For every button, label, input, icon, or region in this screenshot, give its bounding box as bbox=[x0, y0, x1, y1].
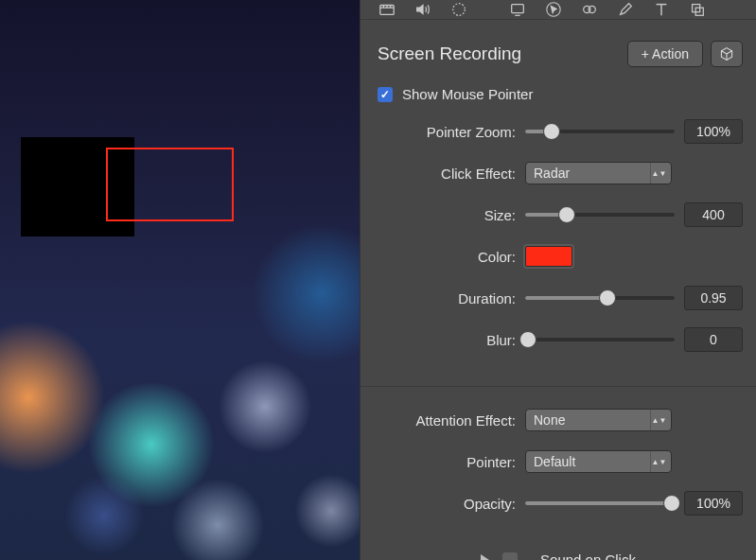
chevron-updown-icon: ▲▼ bbox=[650, 410, 667, 430]
text-icon[interactable] bbox=[652, 0, 671, 19]
speaker-icon[interactable] bbox=[413, 0, 432, 19]
slider-thumb[interactable] bbox=[663, 495, 680, 512]
slider-thumb[interactable] bbox=[519, 331, 536, 348]
size-slider[interactable] bbox=[525, 205, 675, 224]
chevron-updown-icon: ▲▼ bbox=[650, 451, 667, 472]
attention-select[interactable]: None ▲▼ bbox=[525, 409, 672, 431]
attention-label: Attention Effect: bbox=[374, 412, 525, 429]
size-value[interactable]: 400 bbox=[684, 202, 743, 227]
pointer-select[interactable]: Default ▲▼ bbox=[525, 450, 672, 473]
pencil-icon[interactable] bbox=[616, 0, 635, 19]
blur-slider[interactable] bbox=[525, 330, 675, 349]
attention-value: None bbox=[534, 412, 565, 428]
size-label: Size: bbox=[374, 207, 525, 223]
red-selection-box[interactable] bbox=[106, 148, 234, 221]
blur-value[interactable]: 0 bbox=[684, 327, 743, 352]
duration-value[interactable]: 0.95 bbox=[684, 286, 743, 310]
chevron-updown-icon: ▲▼ bbox=[650, 163, 667, 184]
duration-label: Duration: bbox=[374, 290, 525, 306]
disclosure-triangle-icon[interactable] bbox=[481, 554, 489, 561]
show-pointer-label: Show Mouse Pointer bbox=[402, 86, 533, 102]
video-icon[interactable] bbox=[378, 0, 396, 19]
click-effect-label: Click Effect: bbox=[374, 166, 525, 182]
color-swatch[interactable] bbox=[525, 246, 572, 267]
blur-label: Blur: bbox=[374, 332, 525, 348]
inspector-panel: Screen Recording + Action Show Mouse Poi… bbox=[360, 0, 756, 560]
opacity-slider[interactable] bbox=[525, 494, 675, 513]
color-label: Color: bbox=[374, 249, 525, 265]
controls: Show Mouse Pointer Pointer Zoom: 100% Cl… bbox=[360, 80, 756, 560]
opacity-label: Opacity: bbox=[374, 496, 525, 512]
divider bbox=[360, 386, 756, 387]
screen-icon[interactable] bbox=[508, 0, 527, 19]
section-header: Screen Recording + Action bbox=[360, 20, 756, 80]
tool-row bbox=[360, 0, 756, 20]
svg-point-5 bbox=[453, 4, 466, 16]
pointer-zoom-slider[interactable] bbox=[525, 122, 675, 141]
slider-thumb[interactable] bbox=[558, 206, 575, 223]
click-effect-select[interactable]: Radar ▲▼ bbox=[525, 162, 672, 184]
pointer-zoom-label: Pointer Zoom: bbox=[374, 124, 525, 140]
sound-checkbox[interactable] bbox=[502, 552, 518, 561]
click-effect-value: Radar bbox=[534, 166, 570, 181]
pointer-value: Default bbox=[534, 454, 575, 469]
slider-thumb[interactable] bbox=[543, 123, 560, 140]
show-pointer-checkbox[interactable] bbox=[378, 87, 393, 102]
add-action-button[interactable]: + Action bbox=[627, 41, 703, 67]
link-icon[interactable] bbox=[580, 0, 599, 19]
pointer-select-label: Pointer: bbox=[374, 454, 525, 470]
opacity-value[interactable]: 100% bbox=[684, 491, 743, 516]
svg-rect-6 bbox=[512, 5, 524, 13]
copy-icon[interactable] bbox=[688, 0, 707, 19]
section-title: Screen Recording bbox=[378, 44, 627, 64]
sound-row: Sound on Click bbox=[374, 551, 743, 560]
cursor-arrow-icon[interactable] bbox=[544, 0, 563, 19]
sound-label: Sound on Click bbox=[540, 551, 636, 560]
pointer-zoom-value[interactable]: 100% bbox=[684, 119, 743, 144]
cube-button[interactable] bbox=[711, 41, 743, 67]
svg-point-10 bbox=[589, 6, 595, 12]
rotate-icon[interactable] bbox=[449, 0, 468, 19]
duration-slider[interactable] bbox=[525, 289, 675, 307]
slider-thumb[interactable] bbox=[599, 289, 616, 306]
canvas-preview[interactable] bbox=[0, 0, 360, 560]
